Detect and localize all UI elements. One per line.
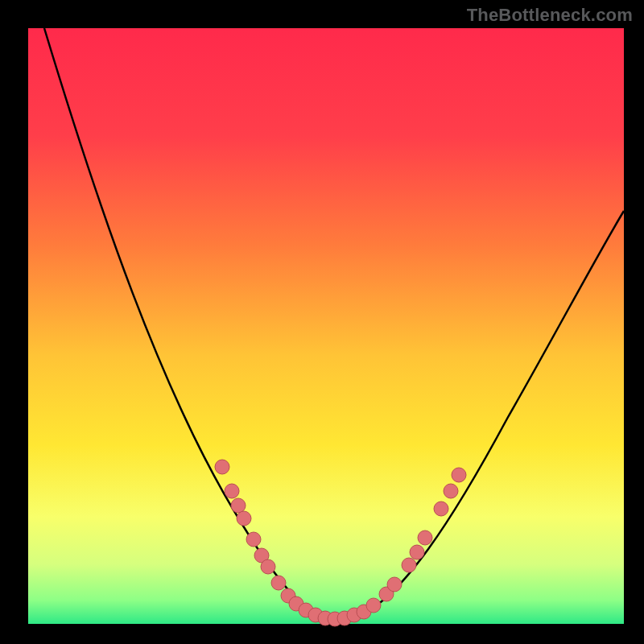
dot — [271, 576, 286, 590]
dot — [231, 498, 246, 513]
chart-frame: TheBottleneck.com — [0, 0, 644, 644]
chart-svg — [0, 0, 644, 644]
dot — [410, 545, 424, 559]
dot — [225, 484, 239, 498]
dot — [387, 577, 402, 592]
dot — [444, 484, 458, 498]
dot — [418, 530, 432, 545]
dot — [246, 532, 261, 547]
plot-background — [28, 28, 624, 624]
dot — [215, 460, 229, 474]
dot — [237, 511, 251, 526]
dot — [434, 502, 448, 516]
watermark-text: TheBottleneck.com — [467, 5, 633, 26]
dot — [402, 558, 416, 572]
dot — [452, 468, 466, 482]
dot — [261, 559, 275, 574]
dot — [366, 598, 381, 613]
